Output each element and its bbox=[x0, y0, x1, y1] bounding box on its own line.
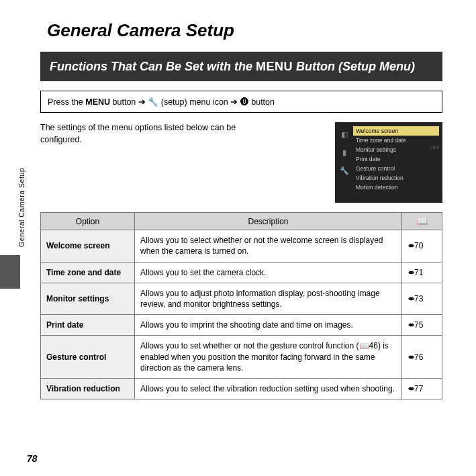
arrow-icon: ➔ bbox=[138, 97, 146, 107]
ok-icon: 🅞 bbox=[240, 97, 249, 107]
menu-word: MENU bbox=[256, 60, 293, 73]
ref-icon: ⚭ bbox=[407, 293, 416, 304]
col-description: Description bbox=[135, 213, 402, 230]
thumb-item: Motion detection bbox=[353, 183, 439, 192]
col-reference: 📖 bbox=[402, 213, 442, 230]
thumb-val: OFF bbox=[430, 145, 440, 150]
thumb-item: Time zone and date bbox=[353, 136, 439, 145]
side-tab bbox=[0, 255, 20, 289]
instr-p2: button bbox=[110, 97, 138, 107]
desc-mid: 46 bbox=[369, 341, 378, 350]
ref-icon: ⚭ bbox=[407, 267, 416, 278]
thumb-item: Welcome screen bbox=[353, 126, 439, 136]
desc-pre: Allows you to set whether or not the ges… bbox=[140, 341, 359, 350]
ref-num: 73 bbox=[414, 294, 423, 303]
ref-num: 77 bbox=[414, 384, 423, 393]
opt-cell: Print date bbox=[41, 315, 135, 336]
movie-icon: ▮ bbox=[342, 148, 346, 157]
ref-cell: ⚭75 bbox=[402, 315, 442, 336]
thumb-item: Print date bbox=[353, 154, 439, 164]
ref-num: 71 bbox=[414, 268, 423, 277]
desc-cell: Allows you to select whether or not the … bbox=[135, 230, 402, 262]
col-option: Option bbox=[41, 213, 135, 230]
ref-cell: ⚭77 bbox=[402, 378, 442, 399]
camera-icon: ◧ bbox=[341, 130, 348, 139]
table-row: Print date Allows you to imprint the sho… bbox=[41, 315, 442, 336]
thumb-mode-icons: ◧ ▮ 🔧 bbox=[338, 126, 350, 199]
ref-icon: ⚭ bbox=[407, 320, 416, 330]
ref-icon: ⚭ bbox=[407, 352, 416, 363]
arrow-icon: ➔ bbox=[230, 97, 238, 107]
opt-cell: Welcome screen bbox=[41, 230, 135, 262]
instr-p3: (setup) menu icon bbox=[158, 97, 230, 107]
opt-cell: Gesture control bbox=[41, 336, 135, 379]
wrench-icon: 🔧 bbox=[340, 166, 349, 175]
ref-icon: ⚭ bbox=[407, 240, 416, 251]
ref-cell: ⚭71 bbox=[402, 262, 442, 283]
page-number: 78 bbox=[27, 453, 38, 464]
side-section-label: General Camera Setup bbox=[17, 168, 26, 247]
instr-p1: Press the bbox=[48, 97, 85, 107]
ref-icon: ⚭ bbox=[407, 383, 416, 394]
band-suffix: Button (Setup Menu) bbox=[293, 60, 415, 73]
desc-cell: Allows you to set whether or not the ges… bbox=[135, 336, 402, 379]
desc-cell: Allows you to set the camera clock. bbox=[135, 262, 402, 283]
intro-row: The settings of the menu options listed … bbox=[40, 122, 442, 203]
menu-thumbnail: ◧ ▮ 🔧 Welcome screen Time zone and date … bbox=[335, 122, 442, 203]
table-row: Vibration reduction Allows you to select… bbox=[41, 378, 442, 399]
thumb-item: Gesture control bbox=[353, 164, 439, 173]
page-title: General Camera Setup bbox=[47, 20, 442, 41]
thumb-item: Vibration reduction bbox=[353, 173, 439, 183]
wrench-icon: 🔧 bbox=[148, 97, 158, 107]
section-heading: Functions That Can Be Set with the MENU … bbox=[40, 52, 442, 81]
book-icon: 📖 bbox=[359, 340, 369, 351]
desc-cell: Allows you to select the vibration reduc… bbox=[135, 378, 402, 399]
instr-p4: button bbox=[249, 97, 275, 107]
thumb-values: OFF bbox=[430, 145, 440, 150]
desc-cell: Allows you to adjust photo information d… bbox=[135, 283, 402, 314]
table-row: Gesture control Allows you to set whethe… bbox=[41, 336, 442, 379]
table-row: Monitor settings Allows you to adjust ph… bbox=[41, 283, 442, 314]
menu-word-small: MENU bbox=[85, 97, 110, 107]
desc-cell: Allows you to imprint the shooting date … bbox=[135, 315, 402, 336]
ref-num: 76 bbox=[414, 352, 423, 362]
thumb-item: Monitor settings bbox=[353, 145, 439, 154]
ref-cell: ⚭73 bbox=[402, 283, 442, 314]
book-icon: 📖 bbox=[417, 216, 428, 226]
opt-cell: Monitor settings bbox=[41, 283, 135, 314]
thumb-menu-list: Welcome screen Time zone and date Monito… bbox=[353, 126, 439, 199]
opt-cell: Time zone and date bbox=[41, 262, 135, 283]
ref-num: 70 bbox=[414, 241, 423, 250]
table-row: Welcome screen Allows you to select whet… bbox=[41, 230, 442, 262]
ref-num: 75 bbox=[414, 320, 423, 330]
options-table: Option Description 📖 Welcome screen Allo… bbox=[40, 212, 442, 399]
intro-text: The settings of the menu options listed … bbox=[40, 122, 275, 146]
instruction-box: Press the MENU button ➔ 🔧 (setup) menu i… bbox=[40, 91, 442, 113]
ref-cell: ⚭70 bbox=[402, 230, 442, 262]
ref-cell: ⚭76 bbox=[402, 336, 442, 379]
opt-cell: Vibration reduction bbox=[41, 378, 135, 399]
band-prefix: Functions That Can Be Set with the bbox=[50, 60, 256, 73]
table-row: Time zone and date Allows you to set the… bbox=[41, 262, 442, 283]
